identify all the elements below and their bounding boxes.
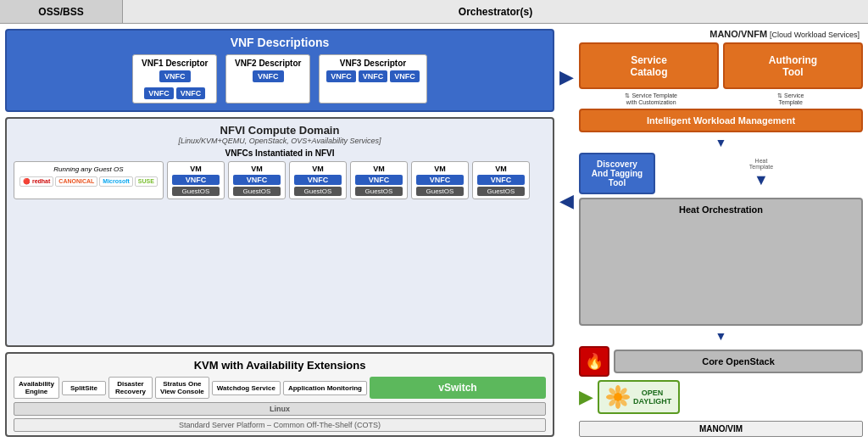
kvm-watchdog: Watchdog Service	[212, 381, 281, 395]
mano-content: ServiceCatalog AuthoringTool ⇅ Service T…	[579, 42, 863, 437]
vnf-descriptors-row: VNF1 Descriptor VNFC VNFC VNFC VNF2 Desc…	[15, 54, 544, 104]
vm-title-3: VM	[294, 165, 342, 173]
vnf2-title: VNF2 Descriptor	[233, 59, 303, 68]
vnf1-top-vnfc: VNFC	[159, 70, 191, 82]
kvm-title: KVM with Availability Extensions	[14, 359, 546, 372]
vm-vnfc-5: VNFC	[416, 175, 464, 185]
vm-guestos-5: GuestOS	[416, 187, 464, 196]
vnf1-vnfc-row: VNFC VNFC	[140, 87, 209, 99]
core-openstack-box: Core OpenStack	[614, 350, 863, 373]
template-label-left: ⇅ Service Templatewith Customization	[586, 92, 717, 105]
mano-vnfm-label: MANO/VNFM	[709, 29, 767, 39]
vm-guestos-4: GuestOS	[355, 187, 403, 196]
os-logos: 🔴 redhat CANONICAL Microsoft SUSE	[19, 176, 158, 187]
vnf1-descriptor: VNF1 Descriptor VNFC VNFC VNFC	[132, 54, 217, 104]
kvm-splitsite: SplitSite	[62, 381, 106, 395]
kvm-components-row: AvailabilityEngine SplitSite DisasterRec…	[14, 377, 546, 399]
vm-title-2: VM	[233, 165, 281, 173]
vm-box-2: VM VNFC GuestOS	[228, 161, 286, 199]
vnf2-descriptor: VNF2 Descriptor VNFC	[225, 54, 310, 104]
vm-box-5: VM VNFC GuestOS	[411, 161, 469, 199]
center-arrows: ▶ ◀	[559, 24, 576, 442]
discovery-box: DiscoveryAnd TaggingTool	[579, 153, 655, 194]
right-side: MANO/VNFM [Cloud Workload Services] Serv…	[576, 24, 868, 442]
odl-text: OPEN DAYLIGHT	[633, 389, 671, 406]
svg-point-4	[621, 394, 630, 400]
vm-guestos-6: GuestOS	[477, 187, 525, 196]
arrow-left-middle: ◀	[559, 190, 574, 212]
template-labels-row: ⇅ Service Templatewith Customization ⇅ S…	[579, 92, 863, 105]
main-container: OSS/BSS Orchestrator(s) VNF Descriptions…	[0, 0, 868, 442]
vnf1-title: VNF1 Descriptor	[140, 59, 209, 68]
microsoft-logo: Microsoft	[99, 176, 133, 187]
vm-title-5: VM	[416, 165, 464, 173]
vnf3-title: VNF3 Descriptor	[326, 59, 420, 68]
vswitch-box: vSwitch	[370, 377, 546, 399]
guest-os-title: Running any Guest OS	[19, 165, 158, 173]
vm-vnfc-6: VNFC	[477, 175, 525, 185]
nfvi-content-row: Running any Guest OS 🔴 redhat CANONICAL …	[14, 161, 546, 199]
vnf-descriptions-box: VNF Descriptions VNF1 Descriptor VNFC VN…	[5, 29, 554, 112]
vm-box-3: VM VNFC GuestOS	[289, 161, 347, 199]
canonical-logo: CANONICAL	[55, 176, 97, 187]
arrow-right-odl: ▶	[579, 386, 593, 408]
vnf1-vnfc1: VNFC	[144, 87, 174, 99]
arrow-right-top: ▶	[559, 66, 574, 88]
redhat-logo: 🔴 redhat	[19, 176, 53, 187]
vnf2-vnfc: VNFC	[253, 70, 284, 82]
orchestrator-label: Orchestrator(s)	[123, 0, 868, 23]
svg-point-3	[606, 394, 615, 400]
vm-title-1: VM	[172, 165, 220, 173]
top-bar: OSS/BSS Orchestrator(s)	[0, 0, 868, 24]
oss-bss-label: OSS/BSS	[0, 0, 123, 23]
authoring-tool-box: AuthoringTool	[723, 42, 863, 89]
service-catalog-box: ServiceCatalog	[579, 42, 719, 89]
kvm-linux-label: Linux	[14, 402, 546, 416]
odl-row: ▶	[579, 380, 863, 414]
arrow-iwm-down: ▼	[579, 136, 863, 149]
vm-box-6: VM VNFC GuestOS	[472, 161, 530, 199]
suse-logo: SUSE	[135, 176, 158, 187]
vnf3-vnfc3: VNFC	[390, 70, 420, 82]
vm-vnfc-2: VNFC	[233, 175, 281, 185]
opendaylight-box: OPEN DAYLIGHT	[598, 380, 680, 414]
vm-guestos-3: GuestOS	[294, 187, 342, 196]
nfvi-inner-title: VNFCs Instantiated in NFVI	[14, 148, 546, 158]
kvm-box: KVM with Availability Extensions Availab…	[5, 352, 554, 437]
content-area: VNF Descriptions VNF1 Descriptor VNFC VN…	[0, 24, 868, 442]
vnf3-vnfc1: VNFC	[326, 70, 356, 82]
left-side: VNF Descriptions VNF1 Descriptor VNFC VN…	[0, 24, 559, 442]
vm-guestos-2: GuestOS	[233, 187, 281, 196]
vnf1-vnfc2: VNFC	[176, 87, 206, 99]
vnf3-vnfc-row: VNFC VNFC VNFC	[326, 70, 420, 82]
vnf3-descriptor: VNF3 Descriptor VNFC VNFC VNFC	[319, 54, 427, 104]
odl-flower-icon	[606, 385, 630, 409]
heat-orchestration-box: Heat Orchestration	[579, 198, 863, 326]
mano-header: MANO/VNFM [Cloud Workload Services]	[579, 29, 863, 39]
svg-point-1	[615, 385, 620, 394]
nfvi-subtitle: [Linux/KVM+QEMU, OpenStack, OVS+Availabi…	[14, 137, 546, 145]
vnf3-vnfc2: VNFC	[359, 70, 388, 82]
svg-point-2	[615, 400, 620, 409]
discovery-label: DiscoveryAnd TaggingTool	[592, 159, 643, 187]
arrow-heat-down: ▼	[754, 171, 769, 189]
service-catalog-label: ServiceCatalog	[630, 54, 667, 78]
discovery-row: DiscoveryAnd TaggingTool HeatTemplate ▼	[579, 153, 863, 194]
vm-box-1: VM VNFC GuestOS	[167, 161, 225, 199]
nfvi-box: NFVI Compute Domain [Linux/KVM+QEMU, Ope…	[5, 117, 554, 347]
vm-vnfc-1: VNFC	[172, 175, 220, 185]
iwm-box: Intelligent Workload Management	[579, 109, 863, 132]
heat-template-label: HeatTemplate	[749, 158, 773, 170]
vm-vnfc-3: VNFC	[294, 175, 342, 185]
vm-guestos-1: GuestOS	[172, 187, 220, 196]
kvm-app-monitoring: Application Monitoring	[283, 381, 367, 395]
mano-vim-label: MANO/VIM	[579, 421, 863, 437]
kvm-standard-label: Standard Server Platform – Common Off-Th…	[14, 418, 546, 432]
mano-subheader: [Cloud Workload Services]	[770, 31, 860, 39]
vnf-descriptions-title: VNF Descriptions	[15, 36, 544, 49]
kvm-availability-engine: AvailabilityEngine	[14, 377, 59, 399]
guest-os-box: Running any Guest OS 🔴 redhat CANONICAL …	[14, 161, 164, 199]
core-row: 🔥 Core OpenStack	[579, 346, 863, 377]
nfvi-title: NFVI Compute Domain	[14, 124, 546, 137]
vm-box-4: VM VNFC GuestOS	[350, 161, 408, 199]
